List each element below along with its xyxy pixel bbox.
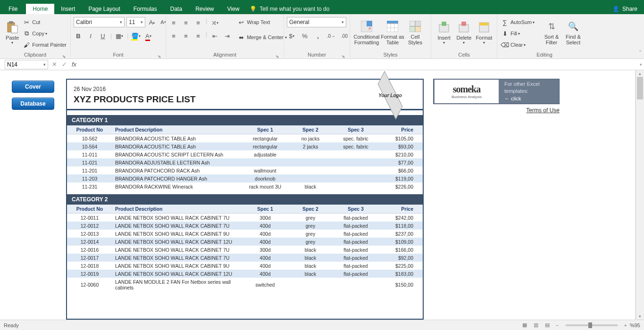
dialog-launcher-icon[interactable]: ⬊ bbox=[341, 53, 346, 58]
delete-cells-button[interactable]: Delete▾ bbox=[454, 15, 474, 50]
number-format-combo[interactable]: General▾ bbox=[287, 17, 346, 27]
align-left-icon[interactable]: ≡ bbox=[169, 31, 178, 41]
database-button[interactable]: Database bbox=[12, 98, 54, 110]
copy-button[interactable]: ⧉Copy▾ bbox=[22, 28, 67, 39]
paste-icon bbox=[6, 21, 19, 34]
format-cells-button[interactable]: Format▾ bbox=[474, 15, 494, 50]
vertical-scrollbar[interactable]: ▴ ▾ bbox=[636, 70, 644, 320]
increase-indent-icon[interactable]: ⇥ bbox=[222, 31, 232, 41]
tab-home[interactable]: Home bbox=[26, 4, 54, 14]
tab-data[interactable]: Data bbox=[164, 4, 189, 14]
sort-filter-button[interactable]: ⇅Sort & Filter bbox=[541, 15, 562, 50]
format-as-table-button[interactable]: Format as Table bbox=[380, 15, 405, 50]
menu-bar: File Home Insert Page Layout Formulas Da… bbox=[0, 4, 644, 14]
align-middle-icon[interactable]: ≡ bbox=[181, 18, 191, 27]
svg-rect-14 bbox=[415, 26, 421, 32]
align-right-icon[interactable]: ≡ bbox=[193, 31, 203, 41]
normal-view-icon[interactable]: ▦ bbox=[519, 321, 530, 330]
paste-button[interactable]: Paste▾ bbox=[3, 15, 22, 50]
fill-button[interactable]: ⬇Fill▾ bbox=[500, 28, 541, 39]
wrap-text-button[interactable]: ↩Wrap Text bbox=[236, 17, 288, 27]
fx-icon[interactable]: fx bbox=[72, 61, 76, 68]
tab-file[interactable]: File bbox=[0, 4, 26, 14]
italic-button[interactable]: I bbox=[86, 31, 95, 41]
conditional-formatting-button[interactable]: ≠Conditional Formatting bbox=[353, 15, 380, 50]
tell-me[interactable]: 💡Tell me what you want to do bbox=[250, 6, 329, 12]
name-box[interactable]: N14▾ bbox=[5, 60, 48, 69]
someka-promo[interactable]: someka Business Analysis For other Excel… bbox=[433, 79, 560, 104]
percent-format-icon[interactable]: % bbox=[300, 31, 309, 41]
fill-color-button[interactable]: 🪣▾ bbox=[131, 31, 141, 41]
table-row: 11-011BRANDORA ACOUSTIC SCRIPT LECTERN A… bbox=[67, 150, 423, 158]
borders-button[interactable]: ▦▾ bbox=[115, 31, 124, 41]
orientation-icon[interactable]: ⤮▾ bbox=[210, 18, 219, 27]
dialog-launcher-icon[interactable]: ⬊ bbox=[275, 53, 280, 58]
bold-button[interactable]: B bbox=[74, 31, 83, 41]
format-painter-button[interactable]: 🖌Format Painter bbox=[22, 40, 67, 50]
font-color-button[interactable]: A▾ bbox=[143, 31, 153, 41]
price-list-document: 26 Nov 2016 XYZ PRODUCTS PRICE LIST Your… bbox=[66, 79, 424, 320]
category-2-header: CATEGORY 2 bbox=[67, 194, 423, 205]
increase-decimal-icon[interactable]: .0→ bbox=[326, 31, 336, 41]
tab-formulas[interactable]: Formulas bbox=[127, 4, 164, 14]
underline-button[interactable]: U bbox=[98, 31, 108, 41]
clear-button[interactable]: ⌫Clear▾ bbox=[500, 40, 541, 50]
table-row: 11-201BRANDORA PATCHCORD RACK Ashwallmou… bbox=[67, 166, 423, 174]
collapse-ribbon-icon[interactable]: ˆ bbox=[639, 50, 641, 57]
zoom-level[interactable]: %95 bbox=[630, 322, 640, 328]
table-row: 12-0017LANDE NETBOX SOHO WALL RACK CABIN… bbox=[67, 254, 423, 262]
tab-page-layout[interactable]: Page Layout bbox=[82, 4, 126, 14]
zoom-out-icon[interactable]: − bbox=[556, 322, 559, 328]
insert-cells-button[interactable]: Insert▾ bbox=[434, 15, 454, 50]
zoom-slider[interactable] bbox=[566, 324, 618, 326]
share-button[interactable]: 👤Share bbox=[606, 6, 644, 12]
autosum-button[interactable]: ∑AutoSum▾ bbox=[500, 17, 541, 27]
cut-button[interactable]: ✂Cut bbox=[22, 17, 67, 27]
scroll-up-icon[interactable]: ▴ bbox=[636, 70, 644, 77]
decrease-indent-icon[interactable]: ⇤ bbox=[210, 31, 219, 41]
scroll-thumb[interactable] bbox=[637, 77, 643, 99]
svg-rect-20 bbox=[479, 23, 489, 25]
page-layout-view-icon[interactable]: ▥ bbox=[531, 321, 541, 330]
scroll-down-icon[interactable]: ▾ bbox=[636, 313, 644, 320]
align-bottom-icon[interactable]: ≡ bbox=[193, 18, 203, 27]
cancel-formula-icon[interactable]: ✕ bbox=[52, 61, 57, 68]
find-select-button[interactable]: 🔍Find & Select bbox=[562, 15, 584, 50]
align-center-icon[interactable]: ≡ bbox=[181, 31, 191, 41]
increase-font-icon[interactable]: A▴ bbox=[147, 17, 157, 27]
enter-formula-icon[interactable]: ✓ bbox=[62, 61, 67, 68]
status-ready: Ready bbox=[4, 322, 19, 328]
conditional-icon: ≠ bbox=[360, 20, 373, 33]
tab-review[interactable]: Review bbox=[189, 4, 220, 14]
accounting-format-icon[interactable]: $▾ bbox=[287, 31, 296, 41]
terms-link[interactable]: Terms of Use bbox=[433, 107, 560, 114]
align-top-icon[interactable]: ≡ bbox=[169, 18, 178, 27]
cell-styles-button[interactable]: Cell Styles bbox=[405, 15, 426, 50]
dialog-launcher-icon[interactable]: ⬊ bbox=[62, 53, 67, 58]
font-family-combo[interactable]: Calibri▾ bbox=[74, 17, 125, 27]
table-row: 12-0014LANDE NETBOX SOHO WALL RACK CABIN… bbox=[67, 238, 423, 246]
svg-rect-13 bbox=[410, 26, 415, 32]
cellstyles-icon bbox=[409, 20, 422, 33]
delete-icon bbox=[457, 21, 470, 34]
decrease-decimal-icon[interactable]: .00 bbox=[340, 31, 349, 41]
svg-rect-12 bbox=[415, 21, 421, 26]
expand-formula-icon[interactable]: ▾ bbox=[640, 62, 642, 67]
svg-rect-18 bbox=[462, 22, 466, 25]
cut-icon: ✂ bbox=[23, 18, 30, 26]
dialog-launcher-icon[interactable]: ⬊ bbox=[157, 53, 162, 58]
font-size-combo[interactable]: 11▾ bbox=[126, 17, 145, 27]
svg-text:≠: ≠ bbox=[368, 26, 371, 31]
sigma-icon: ∑ bbox=[501, 18, 509, 26]
page-break-view-icon[interactable]: ▤ bbox=[542, 321, 552, 330]
formula-input[interactable] bbox=[80, 60, 640, 69]
cover-button[interactable]: Cover bbox=[12, 81, 54, 93]
category-1-table: Product No Product Description Spec 1 Sp… bbox=[67, 125, 423, 190]
tab-view[interactable]: View bbox=[221, 4, 246, 14]
tab-insert[interactable]: Insert bbox=[54, 4, 82, 14]
merge-center-button[interactable]: ⬌Merge & Center▾ bbox=[236, 32, 288, 42]
comma-format-icon[interactable]: , bbox=[313, 31, 323, 41]
cells-label: Cells bbox=[458, 52, 469, 58]
zoom-in-icon[interactable]: + bbox=[624, 322, 627, 328]
copy-icon: ⧉ bbox=[23, 30, 30, 37]
